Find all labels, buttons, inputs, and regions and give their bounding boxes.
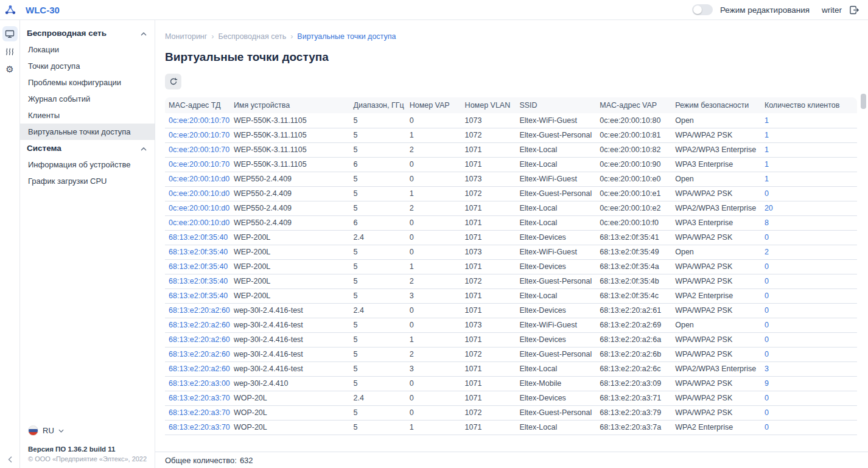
top-bar: WLC-30 Режим редактирования writer bbox=[0, 0, 868, 20]
sidebar-nav: Беспроводная сетьЛокацииТочки доступаПро… bbox=[20, 25, 155, 189]
rail-item-settings[interactable]: ⚙ bbox=[2, 61, 18, 77]
ap-mac-link[interactable]: 68:13:e2:0f:35:40 bbox=[169, 277, 228, 285]
clients-count-link[interactable]: 1 bbox=[765, 131, 769, 139]
clients-count-link[interactable]: 1 bbox=[765, 175, 769, 183]
table-cell: WPA3 Enterprise bbox=[671, 215, 761, 230]
breadcrumb-item[interactable]: Виртуальные точки доступа bbox=[297, 32, 396, 41]
ap-mac-link[interactable]: 68:13:e2:0f:35:40 bbox=[169, 262, 228, 271]
clients-count-link[interactable]: 0 bbox=[765, 189, 769, 198]
clients-count-link[interactable]: 1 bbox=[765, 160, 769, 169]
column-header[interactable]: Номер VLAN bbox=[461, 97, 516, 113]
ap-mac-link[interactable]: 0c:ee:20:00:10:70 bbox=[169, 116, 229, 125]
clients-count-link[interactable]: 0 bbox=[765, 233, 769, 242]
clients-count-link[interactable]: 0 bbox=[765, 335, 769, 344]
column-header[interactable]: SSID bbox=[516, 97, 596, 113]
table-cell: 2.4 bbox=[350, 230, 406, 245]
ap-mac-link[interactable]: 68:13:e2:20:a2:60 bbox=[169, 306, 230, 315]
table-row: 68:13:e2:20:a3:00wep-30l-2.4.410501071El… bbox=[165, 376, 857, 391]
sidebar-item[interactable]: Точки доступа bbox=[20, 58, 155, 74]
clients-count-link[interactable]: 1 bbox=[765, 145, 769, 154]
column-header[interactable]: Имя устройства bbox=[230, 97, 350, 113]
sidebar-collapse-button[interactable] bbox=[0, 456, 20, 463]
table-cell: 1 bbox=[761, 128, 857, 142]
table-cell: 9 bbox=[761, 376, 857, 391]
ap-mac-link[interactable]: 68:13:e2:0f:35:40 bbox=[169, 233, 228, 242]
ap-mac-link[interactable]: 0c:ee:20:00:10:d0 bbox=[169, 204, 229, 212]
language-selector[interactable]: RU bbox=[28, 425, 149, 436]
column-header[interactable]: Номер VAP bbox=[406, 97, 461, 113]
sidebar-item[interactable]: Проблемы конфигурации bbox=[20, 74, 155, 91]
table-cell: 2.4 bbox=[350, 391, 406, 405]
ap-mac-link[interactable]: 68:13:e2:20:a3:70 bbox=[169, 394, 230, 402]
sidebar-item[interactable]: Журнал событий bbox=[20, 91, 155, 107]
rail-item-monitoring[interactable] bbox=[2, 26, 18, 41]
clients-count-link[interactable]: 0 bbox=[765, 394, 769, 402]
sidebar-section-header[interactable]: Беспроводная сеть bbox=[20, 25, 155, 41]
table-cell: 68:13:e2:0f:35:40 bbox=[165, 274, 230, 288]
clients-count-link[interactable]: 9 bbox=[765, 379, 769, 388]
ap-mac-link[interactable]: 0c:ee:20:00:10:70 bbox=[169, 145, 229, 154]
column-header[interactable]: MAC-адрес VAP bbox=[596, 97, 671, 113]
ap-mac-link[interactable]: 68:13:e2:20:a3:70 bbox=[169, 408, 230, 417]
clients-count-link[interactable]: 0 bbox=[765, 277, 769, 285]
ap-mac-link[interactable]: 0c:ee:20:00:10:d0 bbox=[169, 175, 229, 183]
clients-count-link[interactable]: 0 bbox=[765, 408, 769, 417]
sidebar-item[interactable]: Виртуальные точки доступа bbox=[20, 124, 155, 140]
table-cell: 1 bbox=[406, 128, 461, 142]
table-cell: Eltex-Local bbox=[516, 361, 596, 376]
table-footer: Общее количество: 632 bbox=[155, 452, 868, 468]
table-cell: Eltex-WiFi-Guest bbox=[516, 318, 596, 332]
clients-count-link[interactable]: 0 bbox=[765, 423, 769, 431]
clients-count-link[interactable]: 0 bbox=[765, 292, 769, 300]
vertical-scrollbar-thumb[interactable] bbox=[861, 94, 866, 109]
ap-mac-link[interactable]: 68:13:e2:0f:35:40 bbox=[169, 292, 228, 300]
breadcrumb-item[interactable]: Мониторинг bbox=[165, 32, 207, 41]
table-cell: 2.4 bbox=[350, 303, 406, 318]
clients-count-link[interactable]: 0 bbox=[765, 321, 769, 329]
logout-icon[interactable] bbox=[849, 5, 859, 15]
ap-mac-link[interactable]: 0c:ee:20:00:10:70 bbox=[169, 131, 229, 139]
rail-item-access-points[interactable] bbox=[2, 44, 18, 59]
table-cell: 0c:ee:20:00:10:70 bbox=[165, 113, 230, 128]
table-cell: 68:13:e2:20:a3:79 bbox=[596, 405, 671, 420]
ap-mac-link[interactable]: 68:13:e2:0f:35:40 bbox=[169, 248, 228, 256]
ap-mac-link[interactable]: 0c:ee:20:00:10:70 bbox=[169, 160, 229, 169]
table-cell: 2 bbox=[761, 245, 857, 259]
sidebar-item[interactable]: Клиенты bbox=[20, 107, 155, 124]
column-header[interactable]: Режим безопасности bbox=[671, 97, 761, 113]
table-cell: 68:13:e2:20:a3:00 bbox=[165, 376, 230, 391]
column-header[interactable]: Диапазон, ГГц bbox=[350, 97, 406, 113]
breadcrumb-item[interactable]: Беспроводная сеть bbox=[219, 32, 287, 41]
ap-mac-link[interactable]: 68:13:e2:20:a2:60 bbox=[169, 321, 230, 329]
sidebar-item[interactable]: Локации bbox=[20, 41, 155, 58]
ap-mac-link[interactable]: 68:13:e2:20:a2:60 bbox=[169, 350, 230, 358]
table-cell: 1072 bbox=[461, 274, 516, 288]
page-title: Виртуальные точки доступа bbox=[165, 51, 857, 64]
table-cell: 0 bbox=[761, 391, 857, 405]
ap-mac-link[interactable]: 68:13:e2:20:a3:00 bbox=[169, 379, 230, 388]
ap-mac-link[interactable]: 68:13:e2:20:a2:60 bbox=[169, 335, 230, 344]
table-cell: 1072 bbox=[461, 347, 516, 361]
ap-mac-link[interactable]: 0c:ee:20:00:10:d0 bbox=[169, 189, 229, 198]
ap-mac-link[interactable]: 68:13:e2:20:a2:60 bbox=[169, 365, 230, 373]
clients-count-link[interactable]: 0 bbox=[765, 262, 769, 271]
edit-mode-toggle[interactable] bbox=[692, 4, 713, 15]
clients-count-link[interactable]: 8 bbox=[765, 218, 769, 227]
clients-count-link[interactable]: 1 bbox=[765, 116, 769, 125]
table-row: 68:13:e2:0f:35:40WEP-200L511071Eltex-Dev… bbox=[165, 259, 857, 274]
clients-count-link[interactable]: 20 bbox=[765, 204, 773, 212]
clients-count-link[interactable]: 2 bbox=[765, 248, 769, 256]
table-row: 0c:ee:20:00:10:70WEP-550K-3.11.110551107… bbox=[165, 128, 857, 142]
table-cell: WEP550-2.4.409 bbox=[230, 215, 350, 230]
sidebar-section-header[interactable]: Система bbox=[20, 140, 155, 156]
column-header[interactable]: MAC-адрес ТД bbox=[165, 97, 230, 113]
sidebar-item[interactable]: График загрузки CPU bbox=[20, 173, 155, 189]
column-header[interactable]: Количество клиентов bbox=[761, 97, 857, 113]
clients-count-link[interactable]: 0 bbox=[765, 306, 769, 315]
clients-count-link[interactable]: 0 bbox=[765, 350, 769, 358]
ap-mac-link[interactable]: 0c:ee:20:00:10:d0 bbox=[169, 218, 229, 227]
clients-count-link[interactable]: 3 bbox=[765, 365, 769, 373]
sidebar-item[interactable]: Информация об устройстве bbox=[20, 156, 155, 173]
refresh-button[interactable] bbox=[165, 74, 181, 89]
ap-mac-link[interactable]: 68:13:e2:20:a3:70 bbox=[169, 423, 230, 431]
